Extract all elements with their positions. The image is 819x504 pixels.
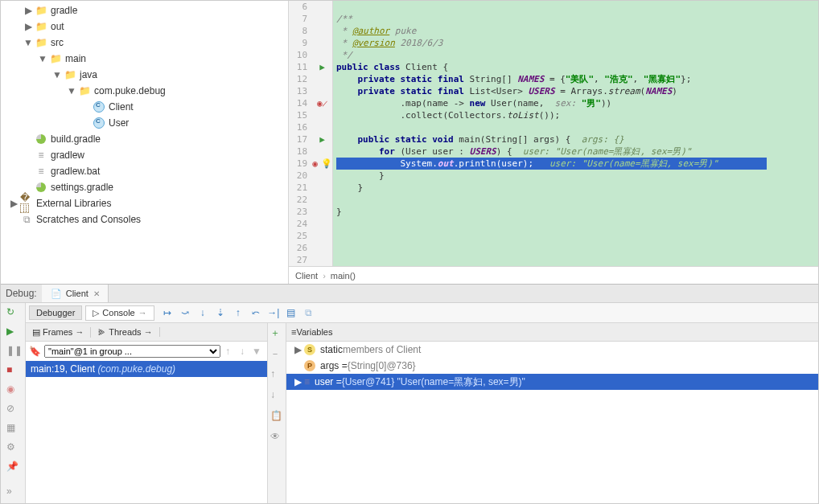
line-number[interactable]: 16 (289, 121, 312, 133)
line-number[interactable]: 7 (289, 13, 312, 25)
show-exec-point-icon[interactable]: ↦ (161, 306, 174, 319)
variable-row[interactable]: ▶Sstatic members of Client (286, 342, 818, 358)
line-number[interactable]: 26 (289, 242, 312, 254)
line-number[interactable]: 27 (289, 254, 312, 266)
close-icon[interactable]: ✕ (93, 289, 100, 298)
disclosure-triangle-icon[interactable]: ▼ (36, 53, 49, 64)
settings-icon[interactable]: ⚙ (6, 441, 19, 454)
copy-watch-icon[interactable]: 📋 (270, 410, 283, 423)
tree-item[interactable]: ⧉Scratches and Consoles (1, 211, 288, 227)
evaluate-icon[interactable]: ▤ (285, 306, 298, 319)
line-number[interactable]: 12 (289, 73, 312, 85)
tree-item[interactable]: ▶📁gradle (1, 2, 288, 18)
code-line[interactable] (333, 194, 818, 206)
frames-tab[interactable]: ▤ Frames → (26, 327, 91, 338)
line-number[interactable]: 15 (289, 109, 312, 121)
pause-icon[interactable]: ❚❚ (6, 345, 19, 358)
disclosure-triangle-icon[interactable]: ▶ (7, 198, 20, 209)
code-line[interactable] (333, 230, 818, 242)
project-tree[interactable]: ▶📁gradle▶📁out▼📁src▼📁main▼📁java▼📁com.puke… (1, 1, 289, 284)
new-watch-icon[interactable]: ＋ (270, 326, 283, 339)
code-line[interactable]: /** (333, 13, 818, 25)
code-line[interactable]: public static void main(String[] args) {… (333, 133, 818, 145)
line-number[interactable]: 19 (289, 158, 312, 170)
pin-icon[interactable]: 📌 (6, 461, 19, 473)
variables-list[interactable]: ▶Sstatic members of ClientPargs = {Strin… (286, 342, 818, 390)
disclosure-triangle-icon[interactable]: ▼ (22, 37, 35, 48)
filter-icon[interactable]: ▼ (249, 346, 264, 357)
bulb-icon[interactable]: 💡 (321, 158, 332, 170)
code-line[interactable]: private static final List<User> USERS = … (333, 85, 818, 97)
remove-watch-icon[interactable]: － (270, 347, 283, 360)
tree-item[interactable]: ▼📁src (1, 35, 288, 51)
mute-breakpoints-icon[interactable]: ⊘ (6, 403, 19, 416)
code-line[interactable]: public class Client { (333, 61, 818, 73)
tab-console[interactable]: ▷Console→ (85, 305, 154, 321)
line-number[interactable]: 20 (289, 170, 312, 182)
watch-up-icon[interactable]: ↑ (270, 368, 283, 381)
line-number[interactable]: 22 (289, 194, 312, 206)
line-number[interactable]: 10 (289, 49, 312, 61)
resume-icon[interactable]: ▶ (6, 326, 19, 338)
line-number[interactable]: 13 (289, 85, 312, 97)
code-line[interactable] (333, 1, 818, 13)
code-line[interactable]: } (333, 182, 818, 194)
code-line[interactable]: * @version 2018/6/3 (333, 37, 818, 49)
threads-tab[interactable]: ⫸ Threads → (91, 327, 159, 337)
step-over-icon[interactable]: ⤻ (179, 306, 191, 319)
rerun-icon[interactable]: ↻ (6, 306, 19, 319)
run-gutter-icon[interactable]: ▶ (319, 133, 325, 145)
code-area[interactable]: 67891011▶121314◉̷151617▶1819◉💡2021222324… (289, 1, 818, 266)
variable-row[interactable]: Pargs = {String[0]@736} (286, 358, 818, 374)
stop-icon[interactable]: ■ (6, 364, 19, 377)
tree-item[interactable]: ▼📁com.puke.debug (1, 83, 288, 99)
line-number[interactable]: 8 (289, 25, 312, 37)
tree-item[interactable]: ▼📁main (1, 51, 288, 67)
run-gutter-icon[interactable]: ▶ (319, 61, 325, 73)
code-line[interactable] (333, 218, 818, 230)
tree-item[interactable]: build.gradle (1, 131, 288, 147)
breadcrumb-bar[interactable]: Client › main() (289, 266, 818, 284)
tree-item[interactable]: ▼📁java (1, 67, 288, 83)
tree-item[interactable]: ≡gradlew (1, 147, 288, 163)
disclosure-triangle-icon[interactable]: ▼ (65, 85, 78, 96)
run-to-cursor-icon[interactable]: →| (267, 306, 280, 319)
disclosure-triangle-icon[interactable]: ▶ (22, 5, 35, 16)
code-line[interactable]: .collect(Collectors.toList()); (333, 109, 818, 121)
thread-dropdown[interactable]: "main"@1 in group ... (44, 345, 220, 358)
show-watches-icon[interactable]: 👁 (270, 431, 283, 444)
tree-item[interactable]: ▶📁out (1, 18, 288, 35)
step-out-icon[interactable]: ↑ (232, 306, 245, 319)
line-number[interactable]: 18 (289, 145, 312, 158)
code-line[interactable]: */ (333, 49, 818, 61)
code-line[interactable]: for (User user : USERS) { user: "User(na… (333, 145, 818, 158)
next-frame-icon[interactable]: ↓ (235, 346, 249, 357)
code-line[interactable] (333, 121, 818, 133)
variable-row[interactable]: ▶≡user = {User@741} "User(name=黑寡妇, sex=… (286, 374, 818, 390)
stack-frame[interactable]: main:19, Client (com.puke.debug) (26, 361, 267, 377)
view-breakpoints-icon[interactable]: ◉ (6, 383, 19, 396)
prev-frame-icon[interactable]: ↑ (220, 346, 235, 357)
breakpoint-hit-icon[interactable]: ◉ (312, 158, 318, 170)
breadcrumb-class[interactable]: Client (295, 271, 318, 281)
code-line[interactable]: System.out.println(user); user: "User(na… (333, 158, 818, 170)
debug-tab[interactable]: 📄 Client ✕ (42, 285, 109, 302)
line-number[interactable]: 9 (289, 37, 312, 49)
tab-debugger[interactable]: Debugger (29, 305, 82, 320)
editor-gutter[interactable]: 67891011▶121314◉̷151617▶1819◉💡2021222324… (289, 1, 333, 266)
disclosure-triangle-icon[interactable]: ▶ (22, 21, 35, 32)
tree-item[interactable]: ▶�⿲External Libraries (1, 195, 288, 211)
code-line[interactable]: .map(name -> new User(name, sex: "男")) (333, 97, 818, 109)
editor-code[interactable]: /** * @author puke * @version 2018/6/3 *… (333, 1, 818, 266)
code-line[interactable]: * @author puke (333, 25, 818, 37)
line-number[interactable]: 21 (289, 182, 312, 194)
drop-frame-icon[interactable]: ⤺ (249, 306, 262, 319)
code-line[interactable]: } (333, 170, 818, 182)
line-number[interactable]: 6 (289, 1, 312, 13)
code-line[interactable] (333, 242, 818, 254)
line-number[interactable]: 23 (289, 206, 312, 218)
code-line[interactable] (333, 254, 818, 266)
more-icon[interactable]: » (6, 486, 19, 498)
breakpoint-muted-icon[interactable]: ◉̷ (317, 97, 327, 109)
line-number[interactable]: 25 (289, 230, 312, 242)
